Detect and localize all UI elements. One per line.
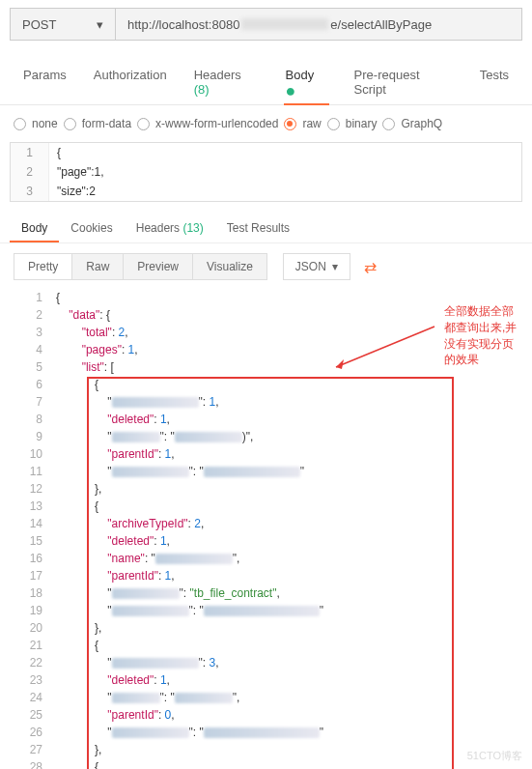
url-input[interactable]: http://localhost:8080e/selectAllByPage <box>116 8 522 41</box>
response-line: 27 }, <box>10 742 522 759</box>
request-tabs: Params Authorization Headers (8) Body ● … <box>0 48 532 105</box>
tab-tests[interactable]: Tests <box>466 60 522 104</box>
response-line: 12 }, <box>10 481 522 498</box>
annotation-text: 全部数据全部 都查询出来,并 没有实现分页 的效果 <box>444 303 517 368</box>
body-type-radios: none form-data x-www-form-urlencoded raw… <box>0 105 532 142</box>
tab-body[interactable]: Body ● <box>272 60 341 104</box>
chevron-down-icon: ▾ <box>332 260 338 273</box>
radio-urlencoded[interactable]: x-www-form-urlencoded <box>137 117 278 130</box>
http-method-value: POST <box>22 17 56 32</box>
format-select[interactable]: JSON ▾ <box>283 253 350 280</box>
wrap-lines-icon[interactable]: ⇄ <box>364 258 377 276</box>
view-raw[interactable]: Raw <box>72 253 124 280</box>
response-view-controls: Pretty Raw Preview Visualize JSON ▾ ⇄ <box>0 243 532 290</box>
response-line: 19 "": "" <box>10 603 522 620</box>
radio-none[interactable]: none <box>14 117 58 130</box>
response-line: 22 "": 3, <box>10 655 522 672</box>
response-line: 14 "archiveTypeId": 2, <box>10 516 522 533</box>
request-body-editor[interactable]: 1{ 2"page":1, 3"size":2 <box>10 142 522 202</box>
response-line: 8 "deleted": 1, <box>10 412 522 429</box>
http-method-select[interactable]: POST ▾ <box>10 8 116 41</box>
response-line: 10 "parentId": 1, <box>10 446 522 464</box>
response-line: 7 "": 1, <box>10 394 522 412</box>
response-body-viewer[interactable]: 全部数据全部 都查询出来,并 没有实现分页 的效果 1{2 "data": {3… <box>10 290 522 769</box>
tab-headers[interactable]: Headers (8) <box>181 60 272 104</box>
radio-formdata[interactable]: form-data <box>64 117 131 130</box>
watermark: 51CTO博客 <box>467 749 522 763</box>
response-line: 18 "": "tb_file_contract", <box>10 585 522 603</box>
response-line: 9 "": ")", <box>10 429 522 446</box>
rtab-headers[interactable]: Headers (13) <box>125 215 215 242</box>
response-line: 26 "": "" <box>10 725 522 742</box>
response-line: 20 }, <box>10 620 522 638</box>
response-line: 16 "name": "", <box>10 551 522 568</box>
response-line: 25 "parentId": 0, <box>10 707 522 725</box>
chevron-down-icon: ▾ <box>97 17 103 32</box>
response-line: 24 "": "", <box>10 690 522 707</box>
response-line: 15 "deleted": 1, <box>10 533 522 551</box>
rtab-cookies[interactable]: Cookies <box>59 215 124 242</box>
radio-raw[interactable]: raw <box>284 117 321 130</box>
response-tabs: Body Cookies Headers (13) Test Results <box>0 202 532 243</box>
view-pretty[interactable]: Pretty <box>14 253 72 280</box>
response-line: 6 { <box>10 377 522 394</box>
response-line: 21 { <box>10 638 522 655</box>
response-line: 28 { <box>10 759 522 769</box>
view-visualize[interactable]: Visualize <box>193 253 267 280</box>
response-line: 11 "": "" <box>10 464 522 481</box>
radio-graphql[interactable]: GraphQ <box>382 117 442 130</box>
tab-authorization[interactable]: Authorization <box>80 60 181 104</box>
modified-dot-icon: ● <box>286 81 296 100</box>
response-line: 23 "deleted": 1, <box>10 672 522 690</box>
radio-binary[interactable]: binary <box>327 117 378 130</box>
rtab-body[interactable]: Body <box>10 215 59 242</box>
tab-params[interactable]: Params <box>10 60 80 104</box>
response-line: 13 { <box>10 498 522 516</box>
url-blurred <box>241 18 328 30</box>
tab-prerequest[interactable]: Pre-request Script <box>341 60 466 104</box>
rtab-testresults[interactable]: Test Results <box>215 215 301 242</box>
view-preview[interactable]: Preview <box>124 253 193 280</box>
response-line: 17 "parentId": 1, <box>10 568 522 585</box>
